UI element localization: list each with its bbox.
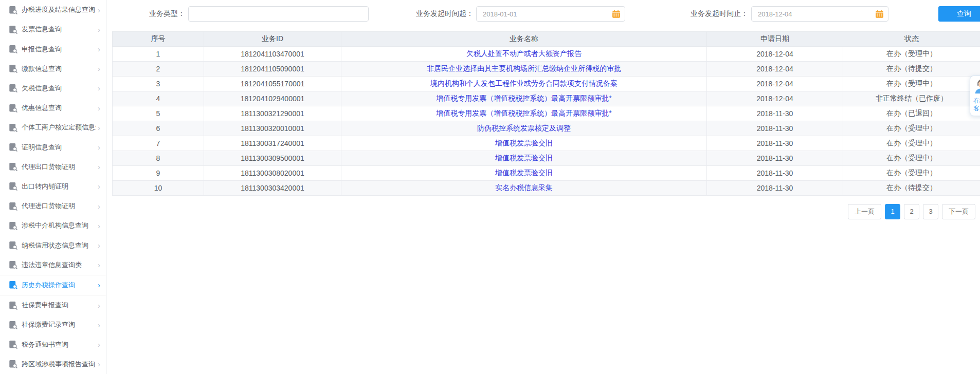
calendar-icon[interactable] (875, 10, 884, 18)
next-page-button[interactable]: 下一页 (942, 204, 975, 219)
cell-status: 在办（待提交） (843, 181, 980, 196)
cell-status: 在办（受理中） (843, 151, 980, 166)
id-card-search-icon (9, 360, 17, 368)
results-table: 序号业务ID业务名称申请日期状态 11812041103470001欠税人处置不… (112, 31, 980, 196)
cell-business-name: 境内机构和个人发包工程作业或劳务合同款项支付情况备案 (341, 77, 707, 91)
cell-seq: 5 (113, 106, 204, 121)
sidebar-item-label: 代理进口货物证明 (22, 201, 96, 211)
cell-seq: 3 (113, 77, 204, 91)
business-name-link[interactable]: 境内机构和个人发包工程作业或劳务合同款项支付情况备案 (430, 79, 618, 87)
table-row: 11812041103470001欠税人处置不动产或者大额资产报告2018-12… (113, 47, 980, 62)
start-date-field[interactable]: 2018-01-01 (476, 6, 625, 22)
invoice-search-icon (9, 25, 17, 34)
business-name-link[interactable]: 增值税专用发票（增值税税控系统）最高开票限额审批* (436, 109, 611, 117)
cell-seq: 2 (113, 62, 204, 77)
sidebar-item-agent-export-goods-cert[interactable]: 代理出口货物证明› (0, 157, 106, 177)
sidebar-item-label: 纳税信用状态信息查询 (22, 241, 96, 250)
chevron-right-icon: › (98, 280, 100, 289)
chevron-right-icon: › (98, 143, 100, 152)
cell-apply-date: 2018-11-30 (707, 181, 843, 196)
business-name-link[interactable]: 增值税发票验交旧 (495, 154, 553, 162)
cell-seq: 10 (113, 181, 204, 196)
business-name-link[interactable]: 增值税发票验交旧 (495, 169, 553, 177)
prev-page-button[interactable]: 上一页 (848, 204, 881, 219)
business-name-link[interactable]: 欠税人处置不动产或者大额资产报告 (466, 49, 582, 58)
chevron-right-icon: › (98, 301, 100, 310)
sidebar-item-label: 证明信息查询 (22, 143, 96, 152)
sidebar-item-tax-credit-status-query[interactable]: 纳税信用状态信息查询› (0, 235, 106, 255)
sidebar-item-label: 税务通知书查询 (22, 340, 96, 349)
history-search-icon (9, 280, 17, 289)
sidebar-item-individual-quota-info-query[interactable]: 个体工商户核定定额信息查询› (0, 118, 106, 137)
arrears-search-icon (9, 84, 17, 92)
sidebar-item-social-fee-payment-record-query[interactable]: 社保缴费记录查询› (0, 315, 106, 334)
sidebar-item-certificate-info-query[interactable]: 证明信息查询› (0, 137, 106, 157)
declaration-search-icon (9, 45, 17, 53)
chevron-right-icon: › (98, 123, 100, 132)
business-name-link[interactable]: 防伪税控系统发票核定及调整 (477, 124, 571, 132)
cell-business-id: 1811300321290001 (204, 106, 341, 121)
table-row: 81811300309500001增值税发票验交旧2018-11-30在办（受理… (113, 151, 980, 166)
sidebar-item-tax-progress-result-query[interactable]: 办税进度及结果信息查询› (0, 0, 106, 20)
sidebar-item-history-tax-operation-query[interactable]: 历史办税操作查询› (0, 275, 106, 295)
sidebar-item-invoice-info-query[interactable]: 发票信息查询› (0, 20, 106, 39)
cell-business-name: 增值税发票验交旧 (341, 136, 707, 151)
cell-seq: 4 (113, 91, 204, 106)
sidebar-item-label: 欠税信息查询 (22, 84, 96, 93)
cell-business-id: 1811300303420001 (204, 181, 341, 196)
cell-apply-date: 2018-12-04 (707, 77, 843, 91)
pagination: 上一页123下一页 (848, 204, 975, 219)
sidebar-item-label: 办税进度及结果信息查询 (22, 5, 96, 14)
cell-business-id: 1812041029400001 (204, 91, 341, 106)
sidebar-item-social-fee-declare-query[interactable]: 社保费申报查询› (0, 295, 106, 315)
certificate-search-icon (9, 202, 17, 211)
certificate-search-icon (9, 143, 17, 152)
cell-apply-date: 2018-11-30 (707, 106, 843, 121)
page-button-2[interactable]: 2 (904, 204, 919, 219)
business-name-link[interactable]: 增值税专用发票（增值税税控系统）最高开票限额审批* (436, 94, 611, 102)
cell-seq: 7 (113, 136, 204, 151)
business-type-input[interactable] (188, 6, 369, 22)
cell-status: 在办（受理中） (843, 121, 980, 136)
sidebar-item-tax-arrears-info-query[interactable]: 欠税信息查询› (0, 79, 106, 98)
cell-business-name: 防伪税控系统发票核定及调整 (341, 121, 707, 136)
cell-business-name: 增值税发票验交旧 (341, 151, 707, 166)
certificate-search-icon (9, 162, 17, 171)
folder-search-icon (9, 221, 17, 230)
sidebar-item-label: 优惠信息查询 (22, 103, 96, 113)
sidebar-item-declaration-info-query[interactable]: 申报信息查询› (0, 39, 106, 59)
cell-business-id: 1812041103470001 (204, 47, 341, 62)
sidebar-item-tax-agency-info-query[interactable]: 涉税中介机构信息查询› (0, 216, 106, 235)
online-service-widget[interactable]: 在线客服 (970, 76, 980, 116)
page-button-1[interactable]: 1 (885, 204, 900, 219)
sidebar: 办税进度及结果信息查询›发票信息查询›申报信息查询›缴款信息查询›欠税信息查询›… (0, 0, 106, 374)
cell-apply-date: 2018-11-30 (707, 136, 843, 151)
sidebar-item-label: 个体工商户核定定额信息查询 (22, 123, 96, 132)
preference-search-icon (9, 104, 17, 113)
chevron-right-icon: › (98, 360, 100, 368)
cell-business-id: 1811300320010001 (204, 121, 341, 136)
sidebar-item-preference-info-query[interactable]: 优惠信息查询› (0, 98, 106, 118)
table-row: 61811300320010001防伪税控系统发票核定及调整2018-11-30… (113, 121, 980, 136)
cell-seq: 1 (113, 47, 204, 62)
end-date-field[interactable]: 2018-12-04 (751, 6, 888, 22)
page-button-3[interactable]: 3 (923, 204, 938, 219)
sidebar-item-cross-region-tax-report-query[interactable]: 跨区域涉税事项报告查询› (0, 354, 106, 374)
sidebar-item-agent-import-goods-cert[interactable]: 代理进口货物证明› (0, 196, 106, 216)
business-name-link[interactable]: 非居民企业选择由其主要机构场所汇总缴纳企业所得税的审批 (427, 64, 621, 72)
sidebar-item-export-to-domestic-cert[interactable]: 出口转内销证明› (0, 177, 106, 196)
sidebar-item-tax-notice-query[interactable]: 税务通知书查询› (0, 334, 106, 354)
sidebar-item-violation-info-query[interactable]: 违法违章信息查询类› (0, 255, 106, 275)
cell-apply-date: 2018-12-04 (707, 91, 843, 106)
business-name-link[interactable]: 增值税发票验交旧 (495, 139, 553, 147)
cell-business-name: 欠税人处置不动产或者大额资产报告 (341, 47, 707, 62)
sidebar-item-label: 缴款信息查询 (22, 64, 96, 73)
certificate-search-icon (9, 182, 17, 191)
business-name-link[interactable]: 实名办税信息采集 (495, 183, 553, 192)
query-button[interactable]: 查询 (938, 6, 980, 22)
cell-status: 非正常终结（已作废） (843, 91, 980, 106)
chevron-right-icon: › (98, 104, 100, 113)
calendar-icon[interactable] (612, 10, 621, 18)
col-seq: 序号 (113, 32, 204, 47)
sidebar-item-payment-info-query[interactable]: 缴款信息查询› (0, 59, 106, 79)
